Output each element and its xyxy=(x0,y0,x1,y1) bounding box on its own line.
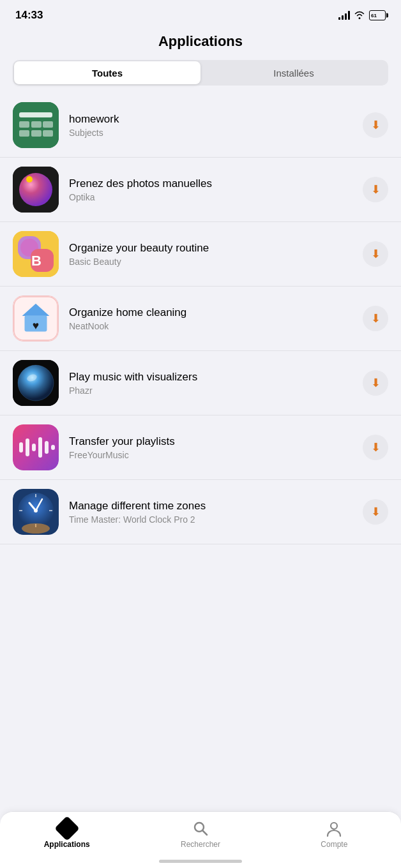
svg-rect-28 xyxy=(32,444,36,451)
svg-rect-1 xyxy=(19,112,52,117)
app-name: Play music with visualizers xyxy=(69,370,352,384)
svg-rect-4 xyxy=(43,121,53,128)
svg-rect-7 xyxy=(43,130,53,137)
status-bar: 14:33 61 xyxy=(0,0,401,27)
app-icon-worldclock xyxy=(13,489,59,535)
download-button-homework[interactable]: ⬇ xyxy=(363,112,388,138)
download-button-neatnook[interactable]: ⬇ xyxy=(363,306,388,331)
svg-rect-26 xyxy=(19,442,23,453)
svg-rect-27 xyxy=(26,438,29,456)
download-arrow-icon: ⬇ xyxy=(371,377,381,389)
svg-rect-29 xyxy=(38,437,42,458)
app-icon-freeyourmusic xyxy=(13,424,59,470)
list-item: ♥ Organize home cleaning NeatNook ⬇ xyxy=(0,287,401,351)
signal-icon xyxy=(338,11,350,20)
app-subtitle: Phazr xyxy=(69,385,352,396)
app-subtitle: Basic Beauty xyxy=(69,257,352,267)
nav-label-compte: Compte xyxy=(321,840,347,849)
svg-point-44 xyxy=(331,823,337,829)
svg-rect-3 xyxy=(31,121,42,128)
download-button-phazr[interactable]: ⬇ xyxy=(363,370,388,396)
download-arrow-icon: ⬇ xyxy=(371,119,381,131)
download-arrow-icon: ⬇ xyxy=(371,442,381,453)
nav-item-compte[interactable]: Compte xyxy=(308,819,359,849)
svg-rect-5 xyxy=(19,130,29,137)
person-icon xyxy=(325,819,343,837)
app-icon-phazr xyxy=(13,360,59,406)
svg-point-9 xyxy=(19,173,52,206)
svg-rect-6 xyxy=(31,130,42,137)
download-button-worldclock[interactable]: ⬇ xyxy=(363,499,388,525)
download-arrow-icon: ⬇ xyxy=(371,184,381,195)
app-icon-neatnook: ♥ xyxy=(13,296,59,341)
nav-label-rechercher: Rechercher xyxy=(181,840,220,849)
app-info-phazr: Play music with visualizers Phazr xyxy=(69,370,352,396)
app-info-worldclock: Manage different time zones Time Master:… xyxy=(69,499,352,525)
app-icon-optika xyxy=(13,167,59,213)
download-button-freeyourmusic[interactable]: ⬇ xyxy=(363,435,388,460)
svg-rect-2 xyxy=(19,121,29,128)
svg-point-40 xyxy=(34,509,38,513)
app-name: Transfer your playlists xyxy=(69,435,352,449)
wifi-icon xyxy=(354,10,365,21)
app-list: homework Subjects ⬇ Pr xyxy=(0,93,401,621)
svg-rect-30 xyxy=(45,441,49,454)
list-item: Prenez des photos manuelles Optika ⬇ xyxy=(0,158,401,222)
nav-item-applications[interactable]: Applications xyxy=(42,819,93,849)
svg-text:B: B xyxy=(31,253,42,269)
app-name: Organize home cleaning xyxy=(69,306,352,320)
app-name: Manage different time zones xyxy=(69,499,352,513)
app-info-neatnook: Organize home cleaning NeatNook xyxy=(69,306,352,331)
app-icon-homework xyxy=(13,102,59,148)
list-item: Play music with visualizers Phazr ⬇ xyxy=(0,351,401,415)
app-subtitle: Optika xyxy=(69,192,352,202)
app-info-homework: homework Subjects xyxy=(69,112,352,138)
list-item: B Organize your beauty routine Basic Bea… xyxy=(0,222,401,287)
battery-icon: 61 xyxy=(369,10,386,20)
svg-rect-31 xyxy=(51,445,55,450)
download-arrow-icon: ⬇ xyxy=(371,248,381,260)
app-info-optika: Prenez des photos manuelles Optika xyxy=(69,177,352,202)
nav-item-rechercher[interactable]: Rechercher xyxy=(175,819,226,849)
svg-line-43 xyxy=(202,831,207,835)
status-time: 14:33 xyxy=(15,9,43,22)
page-title: Applications xyxy=(0,27,401,60)
svg-text:♥: ♥ xyxy=(33,319,39,332)
download-arrow-icon: ⬇ xyxy=(371,506,381,518)
nav-label-applications: Applications xyxy=(44,840,90,849)
status-icons: 61 xyxy=(338,10,386,21)
app-info-freeyourmusic: Transfer your playlists FreeYourMusic xyxy=(69,435,352,460)
svg-point-10 xyxy=(26,176,33,183)
app-name: homework xyxy=(69,112,352,126)
app-info-beauty: Organize your beauty routine Basic Beaut… xyxy=(69,241,352,267)
app-icon-beauty: B xyxy=(13,231,59,277)
tab-toutes[interactable]: Toutes xyxy=(14,61,200,84)
app-subtitle: NeatNook xyxy=(69,321,352,331)
download-button-beauty[interactable]: ⬇ xyxy=(363,241,388,267)
list-item: homework Subjects ⬇ xyxy=(0,93,401,158)
app-name: Organize your beauty routine xyxy=(69,241,352,255)
home-indicator xyxy=(159,860,242,863)
list-item: Manage different time zones Time Master:… xyxy=(0,480,401,544)
search-icon xyxy=(192,819,209,837)
app-subtitle: Subjects xyxy=(69,128,352,138)
app-subtitle: Time Master: World Clock Pro 2 xyxy=(69,514,352,525)
segment-control: Toutes Installées xyxy=(13,60,388,86)
app-subtitle: FreeYourMusic xyxy=(69,450,352,460)
download-arrow-icon: ⬇ xyxy=(371,313,381,324)
svg-point-41 xyxy=(22,523,50,534)
download-button-optika[interactable]: ⬇ xyxy=(363,177,388,202)
app-name: Prenez des photos manuelles xyxy=(69,177,352,191)
list-item: Transfer your playlists FreeYourMusic ⬇ xyxy=(0,415,401,480)
diamond-icon xyxy=(54,816,80,841)
tab-installees[interactable]: Installées xyxy=(200,61,387,84)
